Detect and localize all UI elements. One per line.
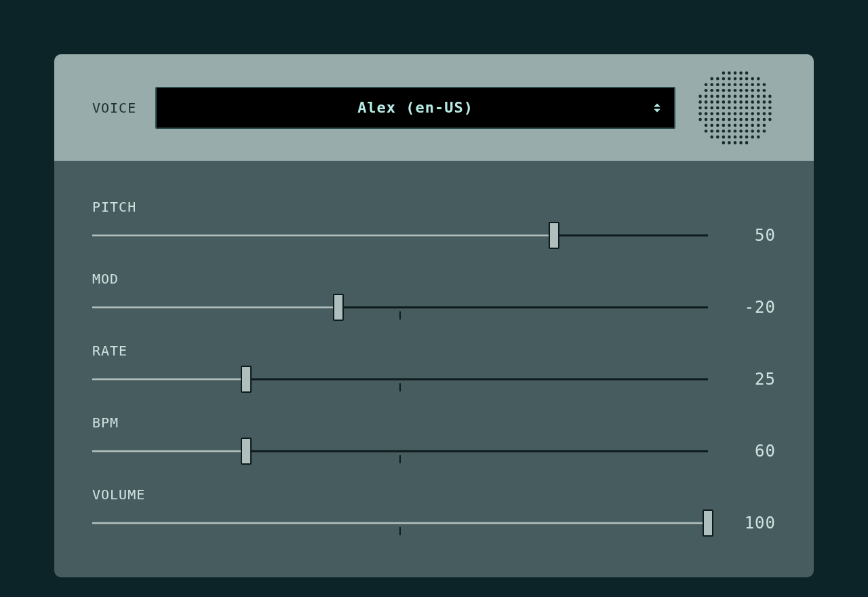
svg-point-55: [734, 100, 737, 104]
volume-slider-thumb[interactable]: [703, 509, 713, 537]
svg-point-74: [768, 106, 772, 109]
svg-point-50: [705, 100, 708, 104]
svg-point-72: [757, 106, 760, 109]
slider-track-row-volume: 100: [92, 509, 776, 537]
panel-header: VOICE Alex (en-US): [54, 54, 814, 161]
svg-point-103: [716, 123, 719, 127]
svg-point-63: [705, 106, 708, 109]
svg-point-107: [739, 123, 743, 127]
svg-point-131: [757, 135, 760, 138]
svg-point-58: [751, 100, 754, 104]
svg-point-59: [757, 100, 760, 104]
svg-point-122: [763, 130, 766, 133]
svg-point-42: [734, 94, 737, 98]
svg-point-8: [728, 77, 731, 80]
svg-point-135: [739, 141, 743, 145]
svg-point-112: [705, 130, 708, 133]
svg-point-12: [751, 77, 754, 80]
svg-point-34: [757, 89, 760, 92]
speaker-grille-icon: [694, 67, 776, 149]
rate-slider-thumb[interactable]: [241, 366, 252, 393]
svg-point-110: [757, 123, 760, 127]
svg-point-56: [739, 100, 743, 104]
slider-center-tick: [399, 383, 401, 391]
svg-point-126: [728, 135, 731, 138]
svg-point-60: [763, 100, 766, 104]
svg-point-83: [745, 112, 749, 115]
svg-point-80: [728, 112, 731, 115]
svg-point-19: [734, 83, 737, 86]
svg-point-132: [722, 141, 726, 145]
svg-point-127: [734, 135, 737, 138]
voice-select[interactable]: Alex (en-US): [155, 87, 675, 129]
svg-point-23: [757, 83, 760, 86]
slider-track-fill: [92, 450, 246, 452]
volume-slider[interactable]: [92, 509, 708, 537]
svg-point-119: [745, 130, 749, 133]
svg-point-37: [705, 94, 708, 98]
svg-point-109: [751, 123, 754, 127]
svg-point-93: [728, 117, 731, 121]
voice-select-wrap: Alex (en-US): [155, 87, 675, 129]
rate-slider[interactable]: [92, 366, 708, 393]
slider-label-mod: MOD: [92, 271, 776, 287]
svg-point-57: [745, 100, 749, 104]
svg-point-32: [745, 89, 749, 92]
svg-point-35: [763, 89, 766, 92]
svg-point-88: [698, 117, 702, 121]
svg-point-13: [757, 77, 760, 80]
svg-point-114: [716, 130, 719, 133]
svg-point-94: [734, 117, 737, 121]
svg-point-38: [710, 94, 713, 98]
pitch-slider-thumb[interactable]: [549, 222, 559, 249]
svg-point-136: [745, 141, 749, 145]
slider-row-volume: VOLUME100: [92, 486, 776, 537]
svg-point-40: [722, 94, 726, 98]
svg-point-30: [734, 89, 737, 92]
bpm-slider[interactable]: [92, 438, 708, 465]
svg-point-69: [739, 106, 743, 109]
svg-point-16: [716, 83, 719, 86]
svg-point-99: [763, 117, 766, 121]
slider-label-bpm: BPM: [92, 415, 776, 431]
svg-point-95: [739, 117, 743, 121]
svg-point-51: [710, 100, 713, 104]
svg-point-31: [739, 89, 743, 92]
svg-point-43: [739, 94, 743, 98]
svg-point-117: [734, 130, 737, 133]
bpm-value: 60: [728, 442, 776, 461]
svg-point-90: [710, 117, 713, 121]
svg-point-45: [751, 94, 754, 98]
svg-point-17: [722, 83, 726, 86]
svg-point-44: [745, 94, 749, 98]
svg-point-3: [739, 71, 743, 75]
svg-point-67: [728, 106, 731, 109]
svg-point-120: [751, 130, 754, 133]
slider-label-pitch: PITCH: [92, 199, 776, 215]
voice-control-panel: VOICE Alex (en-US) PITCH50MOD-20RATE25BP…: [54, 54, 814, 577]
mod-value: -20: [728, 298, 776, 317]
bpm-slider-thumb[interactable]: [241, 438, 252, 465]
svg-point-98: [757, 117, 760, 121]
svg-point-92: [722, 117, 726, 121]
svg-point-10: [739, 77, 743, 80]
svg-point-102: [710, 123, 713, 127]
svg-point-4: [745, 71, 749, 75]
voice-label: VOICE: [92, 100, 136, 116]
slider-row-pitch: PITCH50: [92, 199, 776, 249]
svg-point-21: [745, 83, 749, 86]
slider-center-tick: [399, 311, 401, 320]
slider-label-volume: VOLUME: [92, 486, 776, 503]
mod-slider[interactable]: [92, 294, 708, 321]
svg-point-36: [698, 94, 702, 98]
svg-point-133: [728, 141, 731, 145]
svg-point-87: [768, 112, 772, 115]
mod-slider-thumb[interactable]: [333, 294, 344, 321]
svg-point-108: [745, 123, 749, 127]
svg-point-91: [716, 117, 719, 121]
svg-point-0: [722, 71, 726, 75]
svg-point-22: [751, 83, 754, 86]
pitch-slider[interactable]: [92, 222, 708, 249]
pitch-value: 50: [728, 226, 776, 245]
svg-point-6: [716, 77, 719, 80]
